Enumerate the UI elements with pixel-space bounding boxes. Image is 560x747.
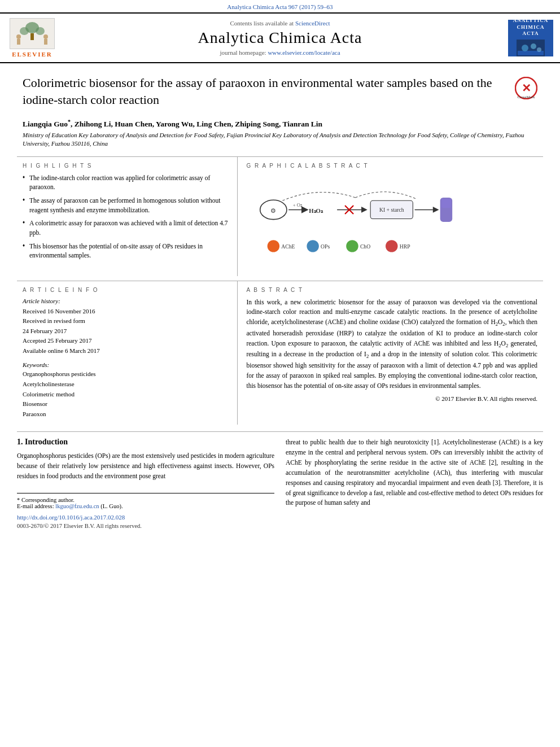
rights-text: 0003-2670/© 2017 Elsevier B.V. All right… (17, 523, 274, 529)
svg-point-2 (20, 27, 29, 35)
introduction-two-col: 1. Introduction Organophosphorus pestici… (17, 438, 543, 528)
highlights-heading: H I G H L I G H T S (23, 163, 229, 169)
svg-point-7 (43, 34, 48, 39)
svg-rect-4 (30, 33, 34, 40)
svg-point-33 (268, 240, 279, 252)
article-info-col: A R T I C L E I N F O Article history: R… (17, 281, 238, 425)
elsevier-tree-icon (10, 19, 54, 49)
elsevier-label: ELSEVIER (12, 51, 53, 58)
affiliation: Ministry of Education Key Laboratory of … (23, 131, 537, 148)
highlights-list: The iodine-starch color reaction was app… (23, 173, 229, 260)
svg-rect-6 (17, 39, 20, 45)
svg-text:H₂O₂: H₂O₂ (309, 207, 324, 213)
svg-text:⚙: ⚙ (271, 207, 277, 213)
svg-point-35 (307, 240, 319, 252)
svg-text:HRP: HRP (400, 243, 410, 250)
highlight-item: A colorimetric assay for paraoxon was ac… (23, 219, 229, 237)
introduction-left-col: 1. Introduction Organophosphorus pestici… (17, 438, 274, 528)
history-dates: Received 16 November 2016 Received in re… (23, 307, 229, 356)
svg-text:AChE: AChE (282, 243, 295, 250)
svg-text:✕: ✕ (522, 82, 531, 94)
svg-rect-17 (246, 173, 537, 270)
introduction-heading: 1. Introduction (17, 438, 274, 447)
svg-text:CrossMark: CrossMark (517, 95, 535, 99)
introduction-section: 1. Introduction Organophosphorus pestici… (17, 431, 543, 528)
abstract-heading: A B S T R A C T (246, 287, 537, 293)
contents-line: Contents lists available at ScienceDirec… (64, 20, 496, 27)
journal-title: Analytica Chimica Acta (64, 29, 496, 47)
authors: Liangqia Guo*, Zhihong Li, Huan Chen, Ya… (23, 118, 537, 129)
svg-text:OPs: OPs (321, 243, 330, 250)
highlight-item: The assay of paraoxon can be performed i… (23, 196, 229, 215)
keywords-section: Keywords: Organophosphorus pesticides Ac… (23, 361, 229, 419)
doi-link[interactable]: http://dx.doi.org/10.1016/j.aca.2017.02.… (17, 514, 274, 521)
introduction-right-col: threat to public health due to their hig… (286, 438, 543, 528)
svg-point-13 (537, 47, 541, 52)
authors-section: Liangqia Guo*, Zhihong Li, Huan Chen, Ya… (0, 113, 560, 150)
article-info-heading: A R T I C L E I N F O (23, 287, 229, 293)
elsevier-logo: ELSEVIER (7, 18, 58, 58)
footnote-bar: * Corresponding author. E-mail address: … (17, 493, 274, 529)
article-info-abstract-section: A R T I C L E I N F O Article history: R… (17, 281, 543, 425)
highlight-item: The iodine-starch color reaction was app… (23, 173, 229, 192)
article-title: Colorimetric biosensor for the assay of … (23, 75, 509, 108)
journal-homepage: journal homepage: www.elsevier.com/locat… (64, 49, 496, 56)
journal-right-logo: ANALYTICA CHIMICA ACTA (502, 20, 553, 56)
highlights-graphical-section: H I G H L I G H T S The iodine-starch co… (17, 156, 543, 276)
svg-point-3 (36, 27, 45, 35)
journal-center: Contents lists available at ScienceDirec… (64, 20, 496, 56)
svg-point-39 (386, 240, 397, 252)
svg-point-11 (522, 45, 528, 51)
svg-text:+ O₂: + O₂ (293, 202, 303, 208)
crossmark-icon: ✕ CrossMark (515, 77, 537, 99)
homepage-link[interactable]: www.elsevier.com/locate/aca (268, 49, 340, 56)
article-title-section: Colorimetric biosensor for the assay of … (0, 63, 560, 113)
elsevier-journal-cover: ANALYTICA CHIMICA ACTA (508, 20, 553, 56)
abstract-col: A B S T R A C T In this work, a new colo… (238, 281, 543, 425)
svg-text:ChO: ChO (360, 243, 370, 250)
corresponding-author-note: * Corresponding author. (17, 497, 274, 503)
highlights-col: H I G H L I G H T S The iodine-starch co… (17, 157, 238, 276)
introduction-right-text: threat to public health due to their hig… (286, 438, 543, 508)
graphical-abstract-col: G R A P H I C A L A B S T R A C T ⚙ + O₂… (238, 157, 543, 276)
svg-point-5 (16, 34, 21, 39)
graphical-abstract-heading: G R A P H I C A L A B S T R A C T (246, 163, 537, 169)
intro-number: 1. (17, 438, 23, 446)
email-link[interactable]: lkguo@fzu.edu.cn (55, 503, 99, 509)
email-note: E-mail address: lkguo@fzu.edu.cn (L. Guo… (17, 503, 274, 509)
abstract-copyright: © 2017 Elsevier B.V. All rights reserved… (246, 395, 537, 402)
svg-point-37 (347, 240, 358, 252)
highlight-item: This biosensor has the potential of on-s… (23, 242, 229, 260)
keywords-label: Keywords: (23, 361, 229, 368)
svg-point-12 (531, 43, 536, 49)
graphical-abstract-svg: ⚙ + O₂ H₂O₂ KI + starch (246, 173, 537, 270)
svg-rect-8 (44, 39, 47, 45)
history-label: Article history: (23, 298, 229, 304)
main-content: H I G H L I G H T S The iodine-starch co… (0, 156, 560, 529)
svg-rect-32 (441, 199, 451, 208)
svg-text:KI + starch: KI + starch (379, 206, 404, 212)
journal-reference: Analytica Chimica Acta 967 (2017) 59–63 (0, 0, 560, 12)
introduction-left-text: Organophosphorus pesticides (OPs) are th… (17, 451, 274, 481)
journal-header: ELSEVIER Contents lists available at Sci… (0, 12, 560, 63)
graphical-abstract-image: ⚙ + O₂ H₂O₂ KI + starch (246, 173, 537, 270)
abstract-text: In this work, a new colorimetric biosens… (246, 298, 537, 391)
